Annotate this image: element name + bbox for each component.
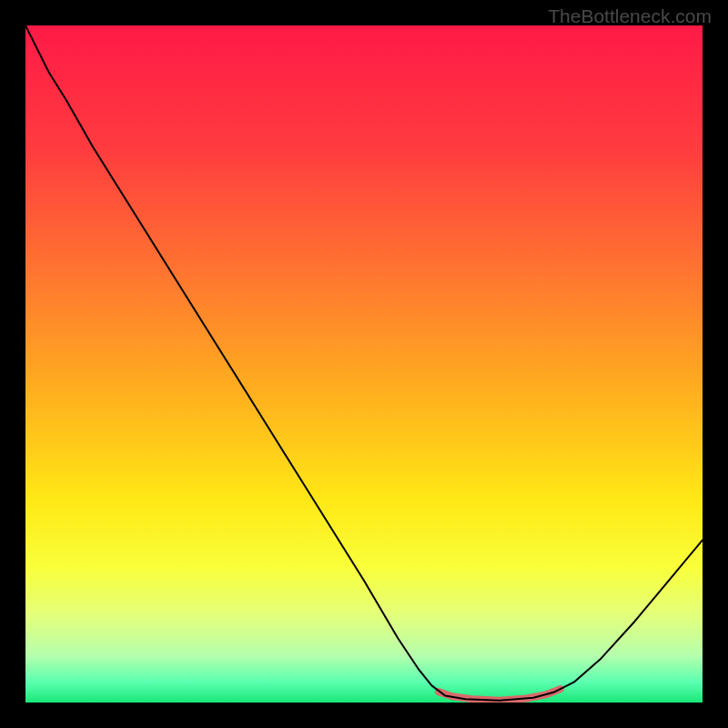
bottleneck-curve: [25, 25, 703, 701]
chart-container: [25, 25, 703, 703]
curve-layer: [25, 25, 703, 703]
watermark-text: TheBottleneck.com: [548, 5, 712, 27]
